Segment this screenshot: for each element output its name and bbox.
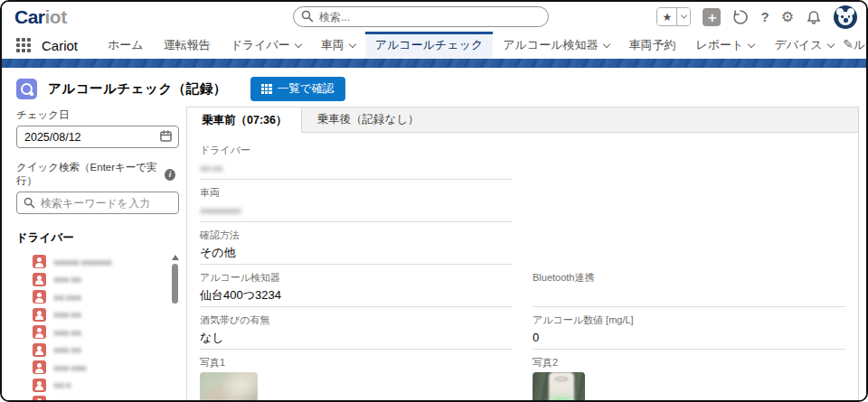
driver-person-icon (33, 308, 46, 322)
global-actions-button[interactable]: ＋ (703, 8, 721, 26)
guidance-icon[interactable] (732, 9, 749, 25)
app-window: Cariot ★ ＋ ? ⚙ Cariot (0, 0, 868, 402)
field-bluetooth-label: Bluetooth連携 (533, 271, 845, 285)
driver-list-item[interactable]: ●●● ●● (33, 271, 179, 289)
record-tab[interactable]: 乗車後（記録なし） (302, 108, 433, 132)
alcohol-check-object-icon (16, 79, 37, 99)
view-list-button-label: 一覧で確認 (278, 81, 335, 97)
setup-gear-icon[interactable]: ⚙ (781, 8, 794, 25)
field-driver-label: ドライバー (200, 144, 513, 157)
driver-name-redacted: ●●● ●● (53, 309, 80, 320)
info-icon[interactable]: i (165, 169, 175, 181)
driver-person-icon (33, 396, 46, 402)
nav-tab-label: アルコール検知器 (503, 37, 598, 53)
field-driver: ドライバー ●● ●● (200, 144, 513, 180)
calendar-icon[interactable] (160, 130, 172, 142)
check-date-input[interactable] (16, 126, 179, 148)
driver-name-redacted: ●●● ●● (53, 327, 80, 338)
page-content: アルコールチェック（記録） 一覧で確認 チェック日 クイック検索（Enterキー… (2, 68, 866, 402)
nav-tab[interactable]: ホーム (98, 32, 154, 59)
driver-list-item[interactable]: ●● ●●● (33, 288, 179, 306)
nav-tab[interactable]: アルコールチェック (365, 32, 493, 59)
field-drunk-label: 酒気帯びの有無 (200, 313, 513, 327)
scroll-up-arrow-icon[interactable] (172, 255, 179, 260)
driver-name-redacted: ●●●●● ●●●●●● (53, 257, 111, 267)
bear-face-icon (838, 12, 853, 25)
quick-search-label: クイック検索（Enterキーで実行） (16, 161, 165, 188)
driver-name-redacted: ●● ● (53, 379, 71, 390)
chevron-down-icon (826, 40, 834, 47)
nav-tab[interactable]: 車両 (311, 32, 365, 59)
nav-tab-label: ルート (854, 37, 868, 53)
driver-list-item[interactable]: ●●● ●● (33, 306, 179, 324)
field-photo2-label: 写真2 (533, 356, 845, 369)
driver-list-item[interactable]: ●●●●● ●●●●●● (33, 253, 179, 271)
field-drunk: 酒気帯びの有無 なし (200, 313, 513, 350)
nav-tab[interactable]: アルコール検知器 (493, 32, 618, 59)
drivers-list-header: ドライバー (16, 230, 179, 246)
driver-person-icon (33, 273, 46, 286)
field-vehicle-label: 車両 (200, 186, 513, 200)
photo1-image (200, 372, 258, 400)
nav-tab-label: デバイス (774, 37, 822, 53)
field-drunk-value: なし (200, 330, 513, 346)
driver-person-icon (33, 379, 46, 392)
help-icon[interactable]: ? (760, 9, 769, 24)
driver-list-item[interactable]: ●● ● (33, 377, 179, 395)
drivers-list: ●●●●● ●●●●●● ●●● ●● ●● ●●● (16, 253, 179, 402)
field-alcohol-value: アルコール数値 [mg/L] 0 (533, 313, 845, 350)
nav-tab[interactable]: デバイス (764, 32, 843, 59)
search-icon (301, 10, 314, 23)
field-vehicle: 車両 ●●●●●●●● (200, 186, 513, 222)
favorites-star-button[interactable]: ★ (657, 8, 677, 25)
field-alcohol-label: アルコール数値 [mg/L] (533, 313, 845, 327)
driver-person-icon (33, 343, 46, 357)
drivers-scrollbar[interactable] (171, 253, 179, 402)
app-launcher-icon[interactable] (16, 38, 31, 52)
field-photo1: 写真1 (200, 356, 513, 400)
field-bluetooth-value (533, 287, 845, 304)
user-avatar[interactable] (834, 5, 857, 29)
field-method-label: 確認方法 (200, 229, 513, 242)
field-detector-label: アルコール検知器 (200, 271, 513, 285)
nav-tab-label: ホーム (108, 37, 144, 53)
record-tab[interactable]: 乗車前（07:36） (187, 108, 302, 133)
record-fields: ドライバー ●● ●● 車両 ●●●●●●●● 確認方法 その他 (187, 133, 858, 400)
theme-banner-strip (2, 59, 866, 68)
driver-name-redacted: ●●● ●● (53, 274, 80, 285)
photo2-thumbnail[interactable] (533, 372, 585, 400)
view-list-button[interactable]: 一覧で確認 (250, 77, 345, 101)
edit-nav-pencil-icon[interactable]: ✎ (843, 37, 854, 51)
global-search-input[interactable] (293, 6, 549, 27)
nav-tab[interactable]: 車両予約 (619, 32, 686, 59)
scrollbar-thumb[interactable] (172, 264, 178, 304)
driver-list-item[interactable]: ●●● ●●● (33, 359, 179, 377)
driver-name-redacted: ●●● ●● (53, 344, 80, 355)
field-method: 確認方法 その他 (200, 229, 513, 265)
notifications-bell-icon[interactable] (806, 9, 822, 25)
nav-tab-label: 車両 (321, 37, 344, 53)
page-header: アルコールチェック（記録） 一覧で確認 (2, 68, 866, 107)
field-method-value: その他 (200, 245, 513, 261)
record-card: 乗車前（07:36） 乗車後（記録なし） ドライバー ●● ●● 車 (186, 107, 859, 400)
nav-tabs: ホーム 運転報告 ドライバー 車両 (98, 32, 868, 59)
nav-tab[interactable]: ドライバー (221, 32, 311, 59)
nav-tab[interactable]: 運転報告 (154, 32, 221, 59)
driver-list-item[interactable]: ●●● ●● (33, 341, 179, 360)
driver-person-icon (33, 360, 46, 374)
driver-list-item[interactable]: ●●● ●● (33, 323, 179, 341)
field-detector: アルコール検知器 仙台400つ3234 (200, 271, 513, 307)
photo1-thumbnail[interactable] (200, 372, 258, 400)
quick-search-input[interactable] (16, 192, 179, 214)
global-header: Cariot ★ ＋ ? ⚙ (2, 2, 866, 32)
favorites-dropdown-button[interactable] (677, 8, 690, 25)
nav-tab-label: 運転報告 (164, 37, 211, 53)
nav-tab-label: レポート (696, 37, 744, 53)
app-nav-bar: Cariot ホーム 運転報告 ドライバー (2, 32, 866, 59)
nav-tab[interactable]: レポート (686, 32, 765, 59)
record-tab-label: 乗車前（07:36） (202, 113, 287, 128)
chevron-down-icon (295, 40, 302, 47)
chevron-down-icon (602, 40, 609, 47)
global-search (293, 6, 549, 27)
driver-list-item[interactable]: ●●● ●● (33, 394, 179, 402)
